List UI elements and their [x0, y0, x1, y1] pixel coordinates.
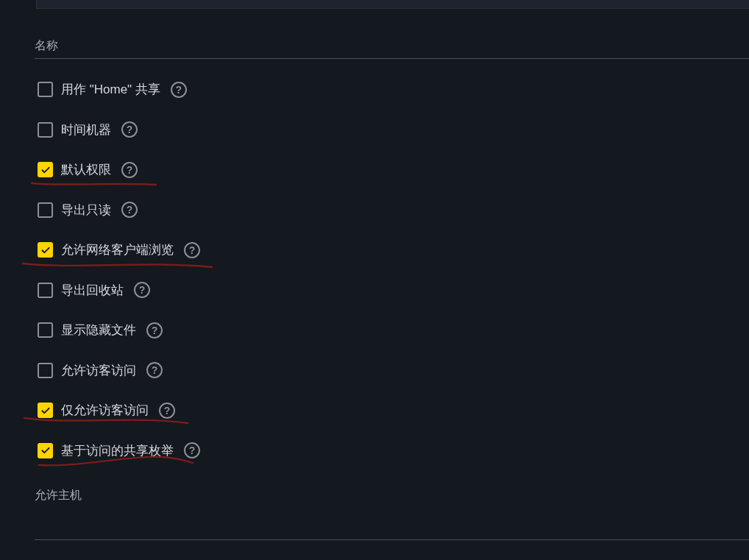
option-label: 允许访客访问 — [61, 362, 136, 379]
option-row-allow-network-clients-browse: 允许网络客户端浏览? — [38, 241, 749, 258]
option-row-default-permissions: 默认权限? — [38, 161, 749, 178]
help-icon[interactable]: ? — [121, 121, 138, 138]
option-label: 时间机器 — [61, 121, 111, 138]
option-label: 允许网络客户端浏览 — [61, 241, 174, 258]
name-field-label: 名称 — [35, 38, 58, 54]
check-icon — [40, 445, 51, 456]
option-row-use-as-home-share: 用作 "Home" 共享? — [38, 81, 749, 98]
checkbox-show-hidden-files[interactable] — [38, 322, 53, 338]
checkbox-guest-access-only[interactable] — [38, 403, 53, 418]
option-label: 仅允许访客访问 — [61, 402, 149, 419]
option-label: 导出回收站 — [61, 282, 124, 299]
checkbox-time-machine[interactable] — [38, 122, 53, 138]
check-icon — [40, 245, 51, 255]
option-label: 默认权限 — [61, 161, 111, 178]
header-bar-fragment — [36, 0, 749, 9]
option-row-show-hidden-files: 显示隐藏文件? — [38, 322, 749, 339]
check-icon — [40, 405, 51, 416]
help-icon[interactable]: ? — [184, 242, 200, 258]
help-icon[interactable]: ? — [146, 322, 163, 339]
help-icon[interactable]: ? — [171, 82, 187, 98]
checkbox-default-permissions[interactable] — [38, 162, 53, 177]
help-icon[interactable]: ? — [121, 162, 138, 178]
option-label: 导出只读 — [61, 202, 111, 219]
help-icon[interactable]: ? — [121, 202, 138, 218]
option-label: 基于访问的共享枚举 — [61, 442, 174, 459]
option-row-access-based-share-enum: 基于访问的共享枚举? — [38, 442, 749, 459]
option-label: 用作 "Home" 共享 — [61, 81, 160, 98]
name-field-underline — [35, 58, 749, 59]
option-label: 显示隐藏文件 — [61, 322, 136, 339]
option-row-time-machine: 时间机器? — [38, 121, 749, 138]
option-row-allow-guest-access: 允许访客访问? — [38, 362, 749, 379]
checkbox-export-read-only[interactable] — [38, 202, 53, 218]
checkbox-export-recycle-bin[interactable] — [38, 283, 53, 298]
help-icon[interactable]: ? — [184, 442, 200, 458]
help-icon[interactable]: ? — [146, 362, 163, 378]
allow-hosts-field-label: 允许主机 — [35, 488, 82, 503]
options-list: 用作 "Home" 共享?时间机器?默认权限?导出只读?允许网络客户端浏览?导出… — [38, 81, 749, 459]
check-icon — [40, 165, 51, 175]
checkbox-allow-network-clients-browse[interactable] — [38, 242, 53, 258]
checkbox-allow-guest-access[interactable] — [38, 363, 53, 378]
help-icon[interactable]: ? — [134, 282, 150, 298]
checkbox-use-as-home-share[interactable] — [38, 82, 53, 97]
option-row-export-read-only: 导出只读? — [38, 202, 749, 219]
help-icon[interactable]: ? — [159, 403, 175, 419]
allow-hosts-field-underline — [35, 539, 749, 540]
checkbox-access-based-share-enum[interactable] — [38, 443, 53, 458]
option-row-guest-access-only: 仅允许访客访问? — [38, 402, 749, 419]
option-row-export-recycle-bin: 导出回收站? — [38, 282, 749, 299]
